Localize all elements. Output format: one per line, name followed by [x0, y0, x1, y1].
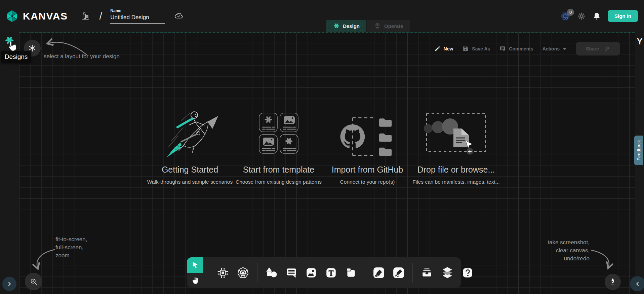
pen-path-icon	[373, 267, 385, 279]
note-icon	[345, 267, 357, 279]
text-tool-button[interactable]	[325, 267, 337, 279]
option-subtitle: Choose from existing design patterns	[236, 179, 322, 185]
help-tool-button[interactable]	[461, 267, 474, 279]
comment-bubble-icon	[285, 267, 297, 279]
save-as-button[interactable]: Save As	[462, 45, 490, 52]
image-tool-button[interactable]	[305, 267, 317, 279]
history-hint-line: undo/redo	[548, 255, 590, 263]
magnifier-plus-icon	[29, 277, 38, 286]
canvas-top-border	[19, 32, 635, 33]
floppy-icon	[462, 45, 469, 52]
header-left: KANVAS / Name	[0, 8, 184, 24]
comment-tool-button[interactable]	[285, 267, 297, 279]
brand-wordmark: KANVAS	[23, 10, 68, 22]
dock-divider	[257, 263, 257, 283]
bell-icon[interactable]	[593, 12, 601, 20]
design-name-label: Name	[110, 8, 165, 13]
drawer-icon	[420, 267, 433, 279]
image-icon	[305, 267, 317, 279]
option-drop-file[interactable]: Drop file or browse... Files can be mani…	[412, 108, 500, 185]
zoom-hint-line: fit-to-screen,	[55, 235, 87, 244]
right-rail: Y Feedback	[635, 32, 644, 294]
link-icon	[604, 46, 610, 52]
chip-icon	[217, 267, 229, 279]
avatar[interactable]: 0	[560, 11, 570, 21]
shapes-tool-button[interactable]	[265, 267, 278, 279]
feedback-label: Feedback	[636, 140, 641, 160]
comments-button[interactable]: Comments	[499, 45, 533, 52]
zoom-hint-line: zoom	[55, 252, 87, 260]
sign-in-button[interactable]: Sign In	[608, 10, 638, 22]
history-tools-button[interactable]	[605, 274, 621, 290]
chevron-right-icon	[7, 282, 12, 286]
option-getting-started[interactable]: Getting Started Walk-throughs and sample…	[146, 108, 234, 185]
option-start-from-template[interactable]: Start from template Choose from existing…	[234, 108, 323, 185]
new-button[interactable]: New	[434, 45, 453, 52]
share-button[interactable]: Share	[576, 42, 620, 56]
tab-design-label: Design	[343, 23, 360, 29]
tab-operate[interactable]: Operate	[367, 20, 410, 32]
pen-tool-button[interactable]	[373, 267, 385, 279]
option-subtitle: Walk-throughs and sample scenarios	[147, 179, 233, 185]
shapes-icon	[265, 267, 278, 279]
hand-icon	[191, 276, 199, 285]
history-hint-text: take screenshot, clear canvas, undo/redo	[548, 238, 590, 263]
pencil-icon	[434, 45, 441, 52]
comment-icon	[499, 45, 506, 52]
option-import-from-github[interactable]: Import from GitHub Connect to your repo(…	[323, 108, 412, 185]
feedback-tab[interactable]: Feedback	[634, 136, 643, 165]
question-mark-icon	[461, 267, 474, 279]
template-grid-illustration	[252, 108, 306, 160]
option-title: Getting Started	[162, 165, 218, 175]
history-hint-line: clear canvas,	[548, 247, 590, 255]
designs-tooltip: Designs	[1, 51, 31, 63]
organization-icon[interactable]	[80, 11, 90, 21]
tab-design[interactable]: Design	[326, 20, 366, 32]
history-hint-line: take screenshot,	[548, 238, 590, 247]
pointer-tools	[187, 257, 203, 288]
rocket-doodle-illustration	[151, 108, 229, 160]
kubernetes-wheel-icon	[237, 266, 249, 279]
new-label: New	[444, 46, 453, 51]
kanvas-logo-icon[interactable]	[5, 9, 19, 24]
header-right: 0 Sign In	[560, 0, 638, 32]
expand-right-panel-button[interactable]	[630, 276, 644, 291]
kanvas-app: KANVAS / Name Des	[0, 0, 644, 294]
operate-person-icon	[374, 22, 381, 30]
option-subtitle: Files can be manifests, images, text...	[412, 179, 499, 185]
zoom-hint-text: fit-to-screen, full-screen, zoom	[55, 235, 87, 260]
design-name-input[interactable]	[110, 13, 165, 24]
layer5-y-logo: Y	[635, 37, 644, 46]
note-tool-button[interactable]	[345, 267, 357, 279]
github-import-illustration	[334, 108, 401, 160]
chevron-down-icon	[563, 48, 567, 50]
kubernetes-tool-button[interactable]	[237, 266, 249, 279]
drawer-tool-button[interactable]	[420, 267, 433, 279]
layers-icon	[441, 266, 454, 279]
pan-tool-button[interactable]	[187, 273, 203, 288]
layout-hint-text: select a layout for your design	[44, 52, 120, 61]
comments-label: Comments	[509, 46, 533, 51]
pencil-tool-button[interactable]	[393, 267, 405, 279]
dock-divider	[365, 263, 365, 283]
chevron-left-icon	[635, 282, 640, 286]
design-name-field: Name	[110, 8, 165, 24]
save-as-label: Save As	[472, 46, 490, 51]
actions-dropdown[interactable]: Actions	[542, 46, 567, 51]
pen-nib-icon	[608, 277, 617, 287]
component-tool-button[interactable]	[217, 267, 229, 279]
select-tool-button[interactable]	[187, 257, 203, 273]
gear-icon[interactable]	[577, 12, 586, 21]
design-actions-toolbar: New Save As Comments Actions	[434, 42, 620, 56]
start-options: Getting Started Walk-throughs and sample…	[146, 108, 500, 185]
option-title: Start from template	[243, 165, 315, 175]
left-rail: Designs	[0, 32, 19, 294]
tool-dock	[187, 257, 461, 288]
zoom-hint-line: full-screen,	[55, 244, 87, 252]
dock-divider	[209, 263, 209, 283]
zoom-controls-button[interactable]	[25, 273, 42, 290]
expand-left-panel-button[interactable]	[2, 277, 16, 291]
layers-tool-button[interactable]	[441, 266, 454, 279]
share-label: Share	[586, 46, 599, 51]
design-canvas[interactable]: select a layout for your design fit-to-s…	[19, 32, 635, 294]
